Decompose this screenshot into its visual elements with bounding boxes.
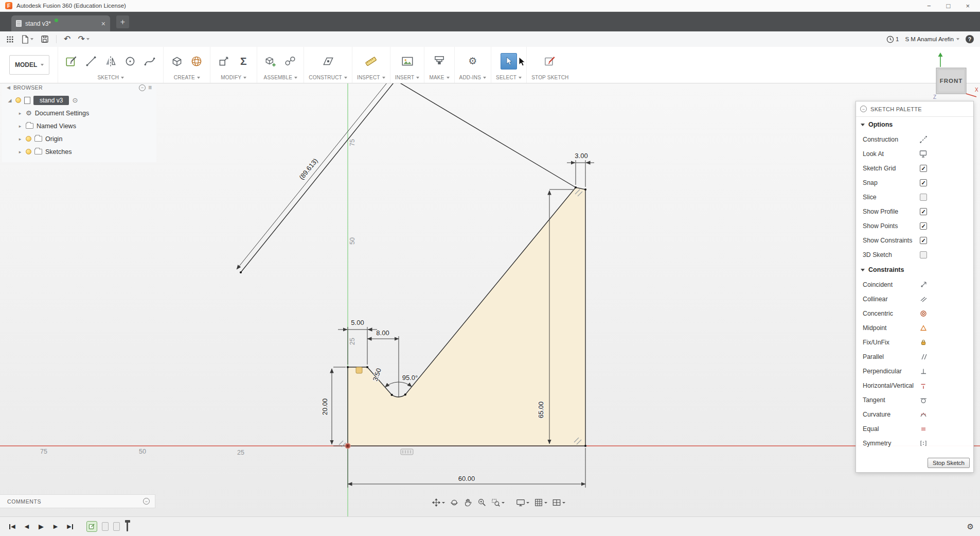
constraint-row-parallel[interactable]: Parallel [856, 350, 973, 364]
group-label-stop-sketch[interactable]: STOP SKETCH [531, 75, 568, 80]
browser-item-document-settings[interactable]: ▸ ⚙ Document Settings [2, 107, 156, 119]
visibility-bulb-icon[interactable] [15, 97, 21, 103]
constraint-row-horizontal-vertical[interactable]: Horizontal/Vertical [856, 378, 973, 393]
create-sketch-icon[interactable] [63, 53, 80, 70]
maximize-button[interactable]: □ [947, 2, 951, 10]
new-component-icon[interactable] [262, 53, 279, 70]
slice-checkbox[interactable] [920, 194, 927, 201]
pan-hand-icon[interactable] [462, 497, 474, 508]
display-settings-icon[interactable] [514, 497, 531, 508]
browser-menu-icon[interactable]: ≡ [148, 84, 152, 91]
constraint-row-concentric[interactable]: Concentric [856, 306, 973, 321]
browser-item-named-views[interactable]: ▸ Named Views [2, 119, 156, 132]
browser-collapse-icon[interactable]: ◀ [7, 85, 10, 90]
group-label-construct[interactable]: CONSTRUCT [309, 75, 342, 80]
group-label-insert[interactable]: INSERT [395, 75, 415, 80]
skip-to-end-button[interactable]: ▶ [64, 521, 76, 533]
timeline-feature-item[interactable] [113, 522, 120, 531]
origin-point[interactable] [345, 443, 350, 448]
tangent-icon[interactable] [917, 396, 930, 404]
palette-minimize-icon[interactable]: − [860, 106, 867, 112]
group-label-modify[interactable]: MODIFY [221, 75, 241, 80]
group-label-sketch[interactable]: SKETCH [97, 75, 119, 80]
stop-sketch-button[interactable]: Stop Sketch [928, 458, 970, 468]
option-row-construction[interactable]: Construction [856, 132, 973, 147]
pan-icon[interactable] [430, 497, 447, 508]
expander-icon[interactable]: ▸ [17, 136, 23, 142]
visibility-bulb-icon[interactable] [26, 149, 31, 154]
snap-checkbox[interactable] [920, 179, 927, 186]
undo-button[interactable]: ↶ [64, 35, 70, 43]
fix-unfix-lock-icon[interactable] [917, 339, 930, 346]
symmetry-icon[interactable] [917, 440, 930, 447]
curvature-icon[interactable] [917, 411, 930, 418]
press-pull-icon[interactable] [215, 53, 233, 70]
document-tab[interactable]: stand v3* × [11, 15, 110, 31]
expander-icon[interactable]: ▸ [17, 149, 23, 154]
show-points-checkbox[interactable] [920, 222, 927, 230]
timeline-sketch-feature[interactable] [86, 521, 97, 532]
new-tab-button[interactable]: + [116, 15, 129, 28]
orbit-icon[interactable] [448, 497, 460, 508]
workspace-selector[interactable]: MODEL [9, 55, 49, 75]
option-row-look-at[interactable]: Look At [856, 147, 973, 161]
coincident-icon[interactable] [917, 281, 930, 288]
3d-print-icon[interactable] [431, 53, 448, 70]
option-row-sketch-grid[interactable]: Sketch Grid [856, 161, 973, 176]
root-expander-icon[interactable]: ◢ [7, 98, 12, 103]
user-account-menu[interactable]: S M Anamul Arefin [905, 36, 959, 42]
perpendicular-icon[interactable] [917, 368, 930, 375]
parameters-sigma-icon[interactable]: Σ [235, 53, 252, 70]
line-tool-icon[interactable] [82, 53, 100, 70]
midpoint-icon[interactable] [917, 324, 930, 332]
save-button[interactable] [41, 35, 49, 43]
show-constraints-checkbox[interactable] [920, 237, 927, 244]
browser-root-row[interactable]: ◢ stand v3 ⊙ [2, 94, 156, 107]
notifications-clock-icon[interactable]: 1 [886, 36, 899, 43]
option-row-snap[interactable]: Snap [856, 176, 973, 190]
constraints-section-header[interactable]: Constraints [856, 262, 973, 278]
sketch-geometry[interactable] [241, 83, 585, 446]
show-profile-checkbox[interactable] [920, 208, 927, 215]
constraint-row-tangent[interactable]: Tangent [856, 393, 973, 407]
group-label-assemble[interactable]: ASSEMBLE [264, 75, 293, 80]
select-tool-active[interactable] [501, 53, 517, 70]
option-row-show-constraints[interactable]: Show Constraints [856, 233, 973, 248]
skip-to-start-button[interactable]: ◀ [6, 521, 19, 533]
constraint-row-midpoint[interactable]: Midpoint [856, 321, 973, 335]
constraint-row-equal[interactable]: Equal [856, 422, 973, 436]
step-back-button[interactable]: ◀ [21, 521, 33, 533]
box-tool-icon[interactable] [168, 53, 186, 70]
stop-sketch-icon[interactable] [541, 53, 559, 70]
browser-item-sketches[interactable]: ▸ Sketches [2, 145, 156, 158]
zoom-window-icon[interactable] [490, 497, 506, 508]
file-menu-button[interactable] [21, 35, 33, 44]
browser-item-origin[interactable]: ▸ Origin [2, 132, 156, 145]
3d-sketch-checkbox[interactable] [920, 251, 927, 258]
form-tool-icon[interactable] [188, 53, 205, 70]
visibility-bulb-icon[interactable] [26, 136, 31, 142]
construction-icon[interactable] [917, 135, 930, 144]
option-row-slice[interactable]: Slice [856, 190, 973, 204]
timeline-feature-item[interactable] [102, 522, 109, 531]
step-forward-button[interactable]: ▶ [49, 521, 62, 533]
browser-minimize-icon[interactable]: − [139, 84, 146, 91]
zoom-in-icon[interactable] [476, 497, 488, 508]
options-section-header[interactable]: Options [856, 117, 973, 132]
constraint-row-curvature[interactable]: Curvature [856, 407, 973, 422]
measure-tool-icon[interactable] [362, 53, 380, 70]
expander-icon[interactable]: ▸ [17, 111, 23, 116]
close-button[interactable]: × [966, 2, 970, 10]
grid-snaps-icon[interactable] [532, 497, 549, 508]
constraint-row-collinear[interactable]: Collinear [856, 292, 973, 306]
group-label-select[interactable]: SELECT [496, 75, 516, 80]
redo-button[interactable]: ↷ [78, 35, 89, 43]
activate-radio-icon[interactable]: ⊙ [72, 96, 78, 104]
equal-icon[interactable] [917, 425, 930, 433]
constraint-row-coincident[interactable]: Coincident [856, 278, 973, 292]
construction-plane-icon[interactable] [319, 53, 337, 70]
comments-bar[interactable]: COMMENTS − [0, 494, 155, 508]
expander-icon[interactable]: ▸ [17, 124, 23, 129]
constraint-row-symmetry[interactable]: Symmetry [856, 436, 973, 451]
concentric-icon[interactable] [917, 310, 930, 317]
